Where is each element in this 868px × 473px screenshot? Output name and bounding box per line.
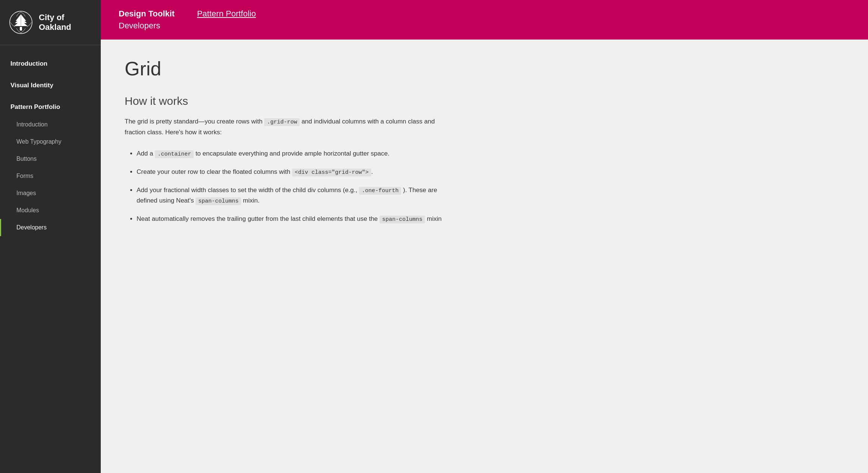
code-grid-row: .grid-row: [264, 118, 300, 126]
bullet-1-text-after: to encapsulate everything and provide am…: [194, 150, 390, 157]
sidebar-item-developers[interactable]: Developers: [0, 219, 101, 236]
sidebar-item-buttons[interactable]: Buttons: [0, 150, 101, 167]
list-item: Neat automatically removes the trailing …: [137, 214, 446, 225]
list-item: Create your outer row to clear the float…: [137, 167, 446, 178]
section-title-how-it-works: How it works: [125, 95, 844, 107]
list-item: Add your fractional width classes to set…: [137, 185, 446, 207]
sidebar-item-web-typography[interactable]: Web Typography: [0, 133, 101, 150]
sidebar-item-pp-introduction[interactable]: Introduction: [0, 116, 101, 133]
header-developers-link[interactable]: Developers: [119, 21, 175, 31]
header-pattern-portfolio-link[interactable]: Pattern Portfolio: [197, 9, 256, 19]
header: Design Toolkit Developers Pattern Portfo…: [101, 0, 868, 40]
intro-paragraph: The grid is pretty standard—you create r…: [125, 116, 446, 138]
sidebar-item-modules[interactable]: Modules: [0, 202, 101, 219]
sidebar-item-images[interactable]: Images: [0, 185, 101, 202]
code-div-grid-row: <div class="grid-row">: [292, 169, 371, 176]
code-one-fourth: .one-fourth: [359, 187, 401, 195]
bullet-3-text-after: mixin.: [241, 197, 259, 204]
sidebar-item-forms[interactable]: Forms: [0, 167, 101, 185]
content-area: Grid How it works The grid is pretty sta…: [101, 40, 868, 473]
bullet-1-text-before: Add a: [137, 150, 155, 157]
logo-text: City of Oakland: [39, 13, 71, 32]
code-span-columns-2: span-columns: [380, 216, 425, 223]
code-span-columns-1: span-columns: [196, 197, 241, 205]
bullet-3-text-before: Add your fractional width classes to set…: [137, 187, 359, 194]
list-item: Add a .container to encapsulate everythi…: [137, 148, 446, 159]
sidebar-item-visual-identity[interactable]: Visual Identity: [0, 76, 101, 94]
bullet-list: Add a .container to encapsulate everythi…: [125, 148, 446, 225]
header-design-toolkit-link[interactable]: Design Toolkit: [119, 9, 175, 19]
bullet-2-text-after: .: [371, 168, 373, 175]
svg-rect-1: [20, 27, 22, 31]
sidebar-item-introduction[interactable]: Introduction: [0, 55, 101, 73]
sidebar: City of Oakland Introduction Visual Iden…: [0, 0, 101, 473]
sidebar-item-pattern-portfolio[interactable]: Pattern Portfolio: [0, 98, 101, 116]
main-area: Design Toolkit Developers Pattern Portfo…: [101, 0, 868, 473]
sidebar-navigation: Introduction Visual Identity Pattern Por…: [0, 45, 101, 473]
bullet-4-text-after: mixin: [425, 215, 441, 222]
page-title: Grid: [125, 57, 844, 80]
intro-text-before: The grid is pretty standard—you create r…: [125, 118, 264, 125]
logo-area: City of Oakland: [0, 0, 101, 45]
code-container: .container: [155, 150, 194, 158]
header-nav-left: Design Toolkit Developers: [119, 9, 175, 31]
bullet-4-text-before: Neat automatically removes the trailing …: [137, 215, 380, 222]
bullet-2-text-before: Create your outer row to clear the float…: [137, 168, 292, 175]
city-logo-icon: [9, 10, 33, 34]
